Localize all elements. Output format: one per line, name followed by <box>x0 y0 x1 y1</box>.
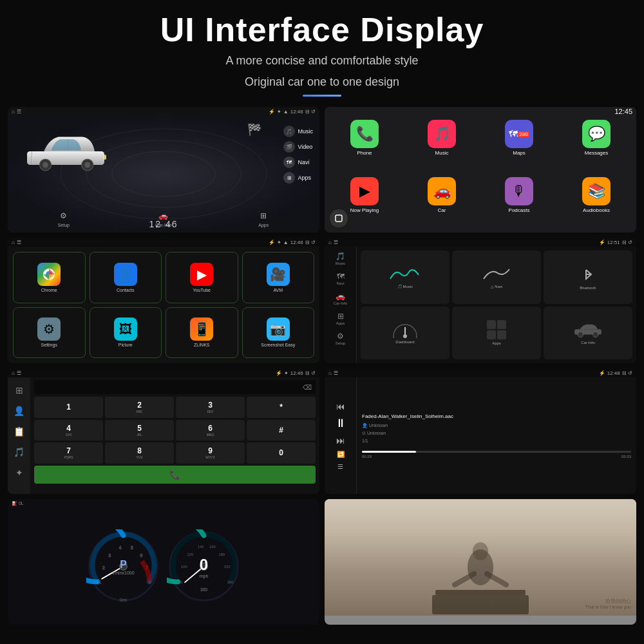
key-0[interactable]: 0 <box>247 442 316 464</box>
s5-bt-icon[interactable]: ✦ <box>10 464 28 482</box>
s1-time-display: 12 46 <box>149 219 178 229</box>
key-5[interactable]: 5JKL <box>105 420 174 441</box>
screen-carplay[interactable]: 12:45 📞 Phone 🎵 Music 🗺 28 <box>325 107 636 232</box>
s6-repeat-button[interactable]: 🔁 <box>337 451 345 458</box>
s6-prev-button[interactable]: ⏮ <box>336 401 345 412</box>
s8-overlay-text: 给我你的心 That is how I know you <box>585 598 631 609</box>
app-picture[interactable]: 🖼 Picture <box>90 307 162 359</box>
screens-grid: ⌂ ☰ ⚡ ✦ ▲ 12:46 ⊟ ↺ <box>0 102 644 630</box>
speed-gauge: 80 100 120 140 160 180 220 260 300 <box>167 529 241 603</box>
svg-rect-9 <box>104 155 107 160</box>
key-6[interactable]: 6MNO <box>176 420 245 441</box>
screen-dialer[interactable]: ⌂☰ ⚡✦12:46⊟ ↺ ⊞ 👤 📋 🎵 ✦ ⌫ 1 2ABC 3DEF * <box>8 368 319 494</box>
key-call[interactable]: 📞 <box>34 466 316 484</box>
s6-progress-area: 00:28 03:33 <box>362 451 631 459</box>
s7-gauges: 1 2 3 4 5 6 7 8 P <box>8 508 319 625</box>
key-3[interactable]: 3DEF <box>176 397 245 418</box>
s6-time-display: 00:28 03:33 <box>362 455 631 459</box>
key-2[interactable]: 2ABC <box>105 397 174 418</box>
key-8[interactable]: 8TUV <box>105 442 174 464</box>
screen-music-player[interactable]: ⌂☰ ⚡12:48⊟ ↺ ⏮ ⏸ ⏭ 🔁 ☰ Faded-Alan_Walker… <box>325 368 636 494</box>
screen-android-apps[interactable]: ⌂☰ ⚡✦▲12:46⊟ ↺ Chrome 👤 Contacts ▶ YouTu… <box>8 238 319 363</box>
key-star[interactable]: * <box>247 397 316 418</box>
status-time-1: 12:46 <box>290 109 303 115</box>
status-bar-2: 12:45 <box>325 107 636 116</box>
s4-card-apps[interactable]: Apps <box>452 307 541 360</box>
s6-play-pause-button[interactable]: ⏸ <box>335 417 346 430</box>
s4-main-content: 🎵 Music 🗺 Navi 🚗 Car-Info ⊞ Apps ⚙ <box>325 247 636 363</box>
carplay-content: 📞 Phone 🎵 Music 🗺 280 Maps <box>325 116 636 232</box>
key-1[interactable]: 1 <box>34 397 103 418</box>
carplay-app-messages[interactable]: 💬 Messages <box>560 120 632 172</box>
s6-playlist-button[interactable]: ☰ <box>337 463 343 470</box>
s4-card-bluetooth[interactable]: Bluetooth <box>544 251 632 304</box>
s6-playback-controls: ⏮ ⏸ ⏭ 🔁 ☰ <box>325 377 357 494</box>
s6-song-title: Faded-Alan_Walker_Iselin_Solheim.aac <box>362 413 631 419</box>
s6-progress-fill <box>362 451 416 453</box>
app-contacts[interactable]: 👤 Contacts <box>90 252 162 303</box>
app-youtube[interactable]: ▶ YouTube <box>166 252 238 303</box>
s5-contacts-icon[interactable]: 👤 <box>10 402 28 420</box>
s4-card-carinfo[interactable]: Car-Info <box>544 307 632 360</box>
svg-point-19 <box>578 332 583 337</box>
svg-text:6: 6 <box>140 553 142 558</box>
screen-custom-ui[interactable]: ⌂☰ ⚡12:51⊟ ↺ 🎵 Music 🗺 Navi 🚗 Car-Info ⊞ <box>325 238 636 363</box>
svg-rect-45 <box>432 595 529 614</box>
screen-dashboard[interactable]: ⛽ 0L 1 2 3 4 <box>8 499 319 625</box>
key-4[interactable]: 4GHI <box>34 420 103 441</box>
s4-apps-tab[interactable]: ⊞ Apps <box>326 309 355 328</box>
s6-song-info: Faded-Alan_Walker_Iselin_Solheim.aac 👤 U… <box>357 377 636 494</box>
s4-card-navi[interactable]: △ Navi <box>452 251 541 304</box>
key-7[interactable]: 7PQRS <box>34 442 103 464</box>
svg-rect-44 <box>435 590 526 595</box>
status-bar-7: ⛽ 0L <box>8 499 319 508</box>
s4-music-tab[interactable]: 🎵 Music <box>326 249 355 268</box>
s4-carinfo-tab[interactable]: 🚗 Car-Info <box>326 289 355 308</box>
s4-setup-tab[interactable]: ⚙ Setup <box>326 329 355 348</box>
carplay-app-podcasts[interactable]: 🎙 Podcasts <box>483 177 555 229</box>
rpm-gauge: 1 2 3 4 5 6 7 8 P <box>86 529 160 603</box>
app-settings[interactable]: ⚙ Settings <box>13 307 86 359</box>
app-screenshot[interactable]: 📷 Screenshot Easy <box>242 307 315 359</box>
s6-progress-bar[interactable] <box>362 451 631 453</box>
carplay-apps-grid: 📞 Phone 🎵 Music 🗺 280 Maps <box>328 120 632 229</box>
home-icon: ⌂ <box>12 109 15 115</box>
s5-display: ⌫ <box>34 380 316 394</box>
status-bar-5: ⌂☰ ⚡✦12:46⊟ ↺ <box>8 368 319 377</box>
checkered-flag: 🏁 <box>247 122 261 137</box>
carplay-app-car[interactable]: 🚗 Car <box>406 177 478 229</box>
svg-text:300: 300 <box>200 587 207 592</box>
svg-point-6 <box>43 162 48 168</box>
svg-text:260: 260 <box>227 581 234 585</box>
svg-point-2 <box>112 151 215 196</box>
app-chrome[interactable]: Chrome <box>13 252 86 303</box>
s6-time-current: 00:28 <box>362 455 372 459</box>
s5-keypad: 1 2ABC 3DEF * 4GHI 5JKL 6MNO # 7PQRS 8TU… <box>34 397 316 491</box>
status-bar-3: ⌂☰ ⚡✦▲12:46⊟ ↺ <box>8 238 319 247</box>
s5-recents-icon[interactable]: 📋 <box>10 422 28 440</box>
carplay-home-button[interactable] <box>330 209 348 227</box>
status-bar-6: ⌂☰ ⚡12:48⊟ ↺ <box>325 368 636 377</box>
s4-navi-tab[interactable]: 🗺 Navi <box>326 269 355 288</box>
s5-music-icon[interactable]: 🎵 <box>10 443 28 461</box>
carplay-app-music[interactable]: 🎵 Music <box>406 120 478 172</box>
carplay-app-audiobooks[interactable]: 📚 Audiobooks <box>560 177 632 229</box>
s6-next-button[interactable]: ⏭ <box>336 435 345 446</box>
carplay-app-phone[interactable]: 📞 Phone <box>328 120 401 172</box>
s5-dialpad-icon[interactable]: ⊞ <box>10 381 28 399</box>
key-hash[interactable]: # <box>247 420 316 441</box>
screen-android-main[interactable]: ⌂ ☰ ⚡ ✦ ▲ 12:46 ⊟ ↺ <box>8 107 319 232</box>
app-avm[interactable]: 🎥 AVM <box>242 252 315 303</box>
svg-text:160: 160 <box>209 545 216 549</box>
carplay-time: 12:45 <box>614 108 632 115</box>
s6-track: 1/1 <box>362 439 631 443</box>
car-illustration <box>17 129 114 174</box>
s4-card-music[interactable]: 🎵 Music <box>361 251 450 304</box>
key-9[interactable]: 9WXYZ <box>176 442 245 464</box>
svg-text:5: 5 <box>131 545 133 550</box>
s4-card-dashboard[interactable]: Dashboard <box>361 307 450 360</box>
svg-text:180: 180 <box>218 553 225 556</box>
carplay-app-maps[interactable]: 🗺 280 Maps <box>483 120 555 172</box>
app-zlinks[interactable]: 📱 ZLINKS <box>166 307 238 359</box>
svg-text:220: 220 <box>224 565 231 569</box>
